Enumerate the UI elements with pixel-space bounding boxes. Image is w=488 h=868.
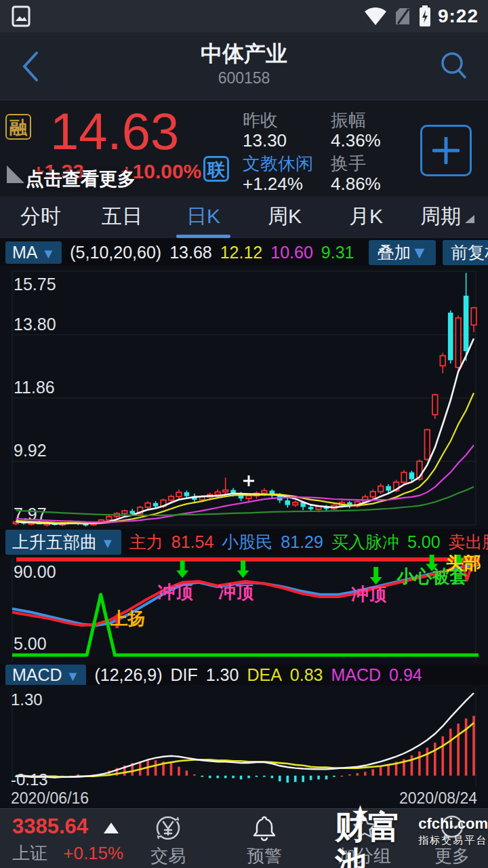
- nav-more-label: 更多: [416, 844, 488, 868]
- nav-alert[interactable]: 预警: [224, 810, 305, 868]
- see-more-hint[interactable]: 点击查看更多: [26, 167, 136, 191]
- nav-add-group-label: 加分组: [324, 844, 405, 868]
- stat-value-amplitude: 4.36%: [331, 130, 381, 151]
- end-date: 2020/08/24: [399, 789, 477, 808]
- zhuli-label: 主力: [129, 531, 163, 553]
- svg-text:上扬: 上扬: [110, 608, 145, 629]
- dif-label: DIF: [170, 665, 197, 685]
- stat-value-prevclose: 13.30: [243, 130, 287, 151]
- svg-text:冲顶: 冲顶: [351, 584, 386, 604]
- tab-daily-k[interactable]: 日K: [163, 197, 244, 238]
- svg-text:冲顶: 冲顶: [158, 582, 193, 602]
- sim-icon: [394, 6, 412, 26]
- svg-text:1.30: 1.30: [11, 690, 43, 709]
- buy-pulse-label: 买入脉冲: [331, 531, 399, 553]
- svg-text:90.00: 90.00: [14, 562, 56, 581]
- ma5-value: 13.68: [169, 243, 212, 262]
- nav-alert-label: 预警: [224, 844, 305, 868]
- start-date: 2020/06/16: [11, 789, 89, 808]
- index-name: 上证: [12, 843, 47, 863]
- macd-value: 0.94: [389, 665, 422, 685]
- ma10-value: 12.12: [220, 243, 263, 262]
- macd-params: (12,26,9): [94, 665, 162, 685]
- sector-change: +1.24%: [243, 174, 303, 195]
- ma20-value: 10.60: [270, 243, 313, 262]
- tab-minute[interactable]: 分时: [0, 197, 81, 238]
- ma-params: (5,10,20,60): [70, 243, 161, 262]
- ma-selector[interactable]: MA▼: [5, 241, 62, 264]
- svg-text:5.00: 5.00: [14, 634, 47, 653]
- wuqu-chart[interactable]: 冲顶冲顶冲顶上扬小心被套头部90.005.00: [0, 555, 488, 665]
- wuqu-indicator-bar: 上升五部曲▼ 主力 81.54 小股民 81.29 买入脉冲 5.00 卖出脉冲…: [0, 529, 488, 555]
- yuan-circle-icon: [153, 813, 183, 843]
- stat-label-amplitude: 振幅: [331, 108, 366, 132]
- sell-pulse-label: 卖出脉冲: [449, 531, 488, 553]
- header: 中体产业 600158: [0, 33, 488, 100]
- index-value: 3385.64: [12, 814, 88, 839]
- ma60-value: 9.31: [321, 243, 354, 262]
- macd-label: MACD: [331, 665, 382, 685]
- screenshot-icon: [9, 5, 33, 28]
- last-price: 14.63: [50, 100, 179, 163]
- xiaogumin-label: 小股民: [222, 531, 272, 553]
- tab-5day[interactable]: 五日: [81, 197, 163, 238]
- margin-badge: 融: [5, 114, 31, 140]
- stat-label-turnover: 换手: [331, 152, 366, 176]
- macd-indicator-bar: MACD▼ (12,26,9) DIF 1.30 DEA 0.83 MACD 0…: [0, 665, 488, 685]
- tab-monthly-k[interactable]: 月K: [325, 197, 407, 238]
- date-axis: 2020/06/16 2020/08/24: [0, 788, 488, 808]
- title-block: 中体产业 600158: [0, 39, 488, 88]
- svg-text:9.92: 9.92: [14, 441, 47, 460]
- forward-adjust-button[interactable]: 前复权: [443, 240, 488, 265]
- svg-text:15.75: 15.75: [14, 275, 56, 294]
- tab-weekly-k[interactable]: 周K: [244, 197, 325, 238]
- xiaogumin-value: 81.29: [281, 532, 323, 552]
- macd-selector[interactable]: MACD▼: [5, 665, 86, 686]
- svg-text:11.86: 11.86: [14, 378, 55, 397]
- buy-pulse-value: 5.00: [407, 532, 441, 552]
- svg-text:-0.13: -0.13: [11, 770, 48, 788]
- stock-detail-screen: 9:22 中体产业 600158 融 14.63 +1.33 +10.00% 联…: [0, 0, 488, 868]
- svg-text:冲顶: 冲顶: [218, 582, 253, 602]
- macd-chart[interactable]: 1.30-0.13: [0, 685, 488, 788]
- period-caret-icon: [465, 215, 474, 223]
- search-icon[interactable]: [438, 49, 470, 84]
- stat-label-prevclose: 昨收: [243, 108, 278, 132]
- add-to-watchlist-button[interactable]: [420, 125, 472, 176]
- chat-bubble-ellipsis-icon: [437, 813, 467, 843]
- wifi-icon: [363, 6, 388, 26]
- stock-code: 600158: [0, 68, 488, 88]
- index-change: +0.15%: [63, 843, 123, 863]
- link-badge: 联: [203, 156, 229, 182]
- stat-value-turnover: 4.86%: [331, 174, 381, 195]
- nav-trade-label: 交易: [127, 844, 209, 868]
- zhuli-value: 81.54: [171, 532, 214, 552]
- overlay-button[interactable]: 叠加▼: [369, 240, 436, 265]
- svg-text:13.80: 13.80: [14, 315, 56, 334]
- dea-label: DEA: [247, 665, 281, 685]
- tab-period-more[interactable]: 周期: [407, 197, 488, 238]
- corner-triangle-icon: [7, 165, 24, 183]
- stock-name: 中体产业: [0, 39, 488, 68]
- clock-time: 9:22: [438, 5, 479, 27]
- status-bar: 9:22: [0, 0, 488, 33]
- bell-icon: [249, 813, 279, 843]
- nav-trade[interactable]: 交易: [127, 810, 209, 868]
- chevron-down-icon: ▼: [101, 536, 115, 551]
- ma-indicator-bar: MA▼ (5,10,20,60) 13.68 12.12 10.60 9.31 …: [0, 239, 488, 266]
- sector-name[interactable]: 文教休闲: [243, 152, 313, 176]
- index-quote[interactable]: 3385.64: [12, 814, 119, 839]
- chevron-down-icon: ▼: [411, 243, 428, 262]
- bottom-nav-bar: 3385.64 上证 +0.15% 交易 预警: [0, 808, 488, 868]
- chevron-down-icon: ▼: [42, 246, 56, 261]
- star-icon: [350, 813, 380, 843]
- nav-add-group[interactable]: 加分组: [324, 810, 405, 868]
- chevron-down-icon: ▼: [66, 669, 80, 684]
- svg-text:头部: 头部: [446, 555, 481, 573]
- index-up-triangle-icon: [104, 823, 119, 833]
- nav-more[interactable]: 更多: [416, 810, 488, 868]
- period-tab-bar: 分时 五日 日K 周K 月K 周期: [0, 197, 488, 239]
- wuqu-selector[interactable]: 上升五部曲▼: [5, 530, 121, 555]
- candlestick-chart[interactable]: 15.7513.8011.869.927.97: [0, 266, 488, 529]
- dif-value: 1.30: [206, 665, 239, 685]
